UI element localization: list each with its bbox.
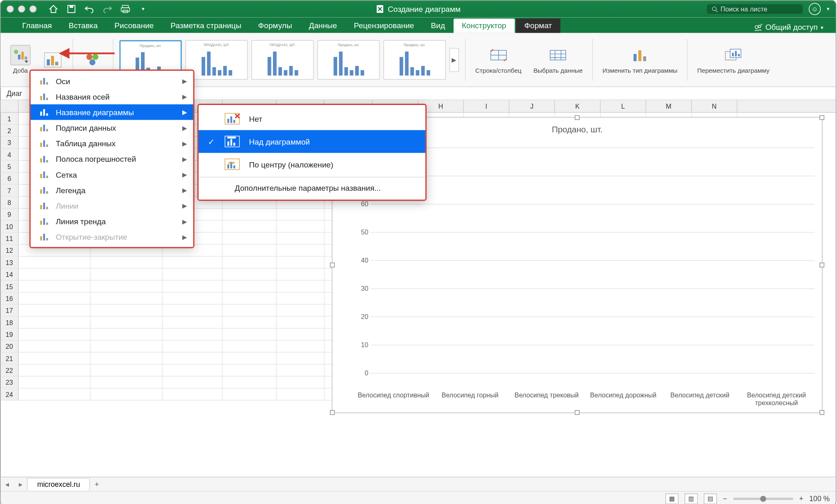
share-button[interactable]: + Общий доступ ▾ <box>750 22 827 33</box>
row-header[interactable]: 11 <box>0 233 18 245</box>
cell[interactable] <box>223 365 277 377</box>
cell[interactable] <box>277 377 325 388</box>
cell[interactable] <box>277 365 325 377</box>
cell[interactable] <box>277 388 325 400</box>
cell[interactable] <box>91 365 163 377</box>
view-page-layout-icon[interactable]: ▥ <box>685 493 698 504</box>
view-page-break-icon[interactable]: ▤ <box>704 493 717 504</box>
cell[interactable] <box>19 305 91 317</box>
cell[interactable] <box>223 256 277 268</box>
col-header-J[interactable]: J <box>509 100 555 112</box>
submenu-more-options[interactable]: Дополнительные параметры названия... <box>199 178 425 197</box>
tab-view[interactable]: Вид <box>423 19 454 33</box>
redo-icon[interactable] <box>103 4 112 13</box>
cell[interactable] <box>91 305 163 317</box>
chart-style-2[interactable]: ПРОДАНО, ШТ. <box>186 40 248 80</box>
cell[interactable] <box>277 245 325 256</box>
cell[interactable] <box>91 292 163 304</box>
col-header-L[interactable]: L <box>600 100 646 112</box>
cell[interactable] <box>223 281 277 292</box>
minimize-window-icon[interactable] <box>18 5 25 13</box>
row-header[interactable]: 3 <box>0 137 18 149</box>
cell[interactable] <box>223 328 277 340</box>
col-header-N[interactable]: N <box>692 100 738 112</box>
row-header[interactable]: 5 <box>0 161 18 172</box>
row-header[interactable]: 17 <box>0 305 18 317</box>
cell[interactable] <box>91 256 163 268</box>
tab-draw[interactable]: Рисование <box>106 19 162 33</box>
zoom-out-button[interactable]: − <box>723 494 727 503</box>
cell[interactable] <box>277 269 325 281</box>
switch-row-column-button[interactable]: Строка/столбец <box>472 45 525 74</box>
chart-style-4[interactable]: Продано, шт. <box>318 40 380 80</box>
tab-review[interactable]: Рецензирование <box>345 19 422 33</box>
cell[interactable] <box>223 209 277 221</box>
cell[interactable] <box>223 233 277 245</box>
row-header[interactable]: 7 <box>0 185 18 196</box>
menu-item-axes-icon[interactable]: Оси▶ <box>31 73 193 89</box>
change-chart-type-button[interactable]: Изменить тип диаграммы <box>599 45 681 74</box>
cell[interactable] <box>277 221 325 232</box>
print-icon[interactable] <box>121 4 130 13</box>
row-header[interactable]: 16 <box>0 292 18 304</box>
home-icon[interactable] <box>49 4 58 13</box>
col-header-I[interactable]: I <box>464 100 510 112</box>
cell[interactable] <box>91 377 163 388</box>
row-header[interactable]: 13 <box>0 256 18 268</box>
row-header[interactable]: 12 <box>0 245 18 256</box>
cell[interactable] <box>223 292 277 304</box>
cell[interactable] <box>223 352 277 364</box>
cell[interactable] <box>163 352 223 364</box>
zoom-level[interactable]: 100 % <box>809 494 830 503</box>
tab-page-layout[interactable]: Разметка страницы <box>162 19 250 33</box>
cell[interactable] <box>91 317 163 328</box>
cell[interactable] <box>277 341 325 352</box>
add-sheet-button[interactable]: + <box>90 480 103 488</box>
menu-item-data-table-icon[interactable]: Таблица данных▶ <box>31 136 193 151</box>
submenu-item-centered-overlay-icon[interactable]: По центру (наложение) <box>199 153 425 176</box>
row-header[interactable]: 6 <box>0 173 18 185</box>
cell[interactable] <box>277 317 325 328</box>
zoom-slider[interactable] <box>733 497 793 500</box>
submenu-item-above-chart-icon[interactable]: ✓Над диаграммой <box>199 130 425 153</box>
cell[interactable] <box>277 233 325 245</box>
cell[interactable] <box>91 281 163 292</box>
title-extra-dropdown-icon[interactable]: ▾ <box>827 6 830 12</box>
cell[interactable] <box>223 377 277 388</box>
cell[interactable] <box>91 388 163 400</box>
zoom-in-button[interactable]: + <box>799 494 803 503</box>
select-data-button[interactable]: Выбрать данные <box>530 45 586 74</box>
row-header[interactable]: 2 <box>0 125 18 136</box>
save-icon[interactable] <box>67 4 76 13</box>
tab-insert[interactable]: Вставка <box>60 19 106 33</box>
cell[interactable] <box>223 269 277 281</box>
menu-item-data-labels-icon[interactable]: Подписи данных▶ <box>31 120 193 136</box>
cell[interactable] <box>91 352 163 364</box>
cell[interactable] <box>163 281 223 292</box>
cell[interactable] <box>19 377 91 388</box>
col-header-M[interactable]: M <box>646 100 692 112</box>
row-header[interactable]: 20 <box>0 341 18 352</box>
cell[interactable] <box>163 256 223 268</box>
change-colors-button[interactable] <box>79 49 107 70</box>
cell[interactable] <box>277 328 325 340</box>
cell[interactable] <box>19 388 91 400</box>
undo-icon[interactable] <box>85 4 94 13</box>
cell[interactable] <box>19 365 91 377</box>
cell[interactable] <box>163 305 223 317</box>
row-header[interactable]: 18 <box>0 317 18 328</box>
tab-home[interactable]: Главная <box>14 19 60 33</box>
submenu-item-none-icon[interactable]: Нет <box>199 107 425 130</box>
cell[interactable] <box>19 292 91 304</box>
row-header[interactable]: 1 <box>0 113 18 125</box>
menu-item-trendline-icon[interactable]: Линия тренда▶ <box>31 214 193 229</box>
tab-formulas[interactable]: Формулы <box>250 19 300 33</box>
cell[interactable] <box>91 341 163 352</box>
tab-format[interactable]: Формат <box>516 19 560 33</box>
gallery-next-button[interactable]: ▸ <box>450 48 459 72</box>
menu-item-axis-title-icon[interactable]: Названия осей▶ <box>31 89 193 104</box>
cell[interactable] <box>163 341 223 352</box>
tab-data[interactable]: Данные <box>300 19 345 33</box>
row-header[interactable]: 14 <box>0 269 18 281</box>
cell[interactable] <box>223 305 277 317</box>
